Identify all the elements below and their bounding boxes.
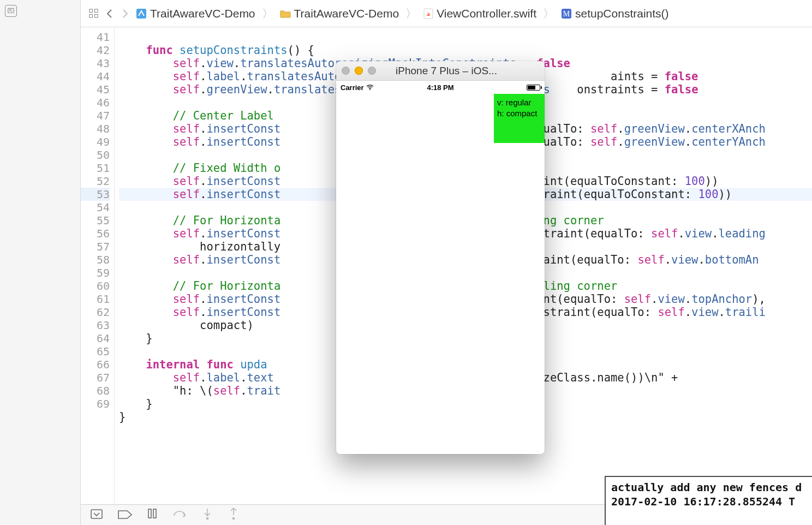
breakpoints-icon[interactable] (118, 509, 132, 522)
forward-button[interactable] (121, 8, 129, 19)
step-into-icon[interactable] (202, 508, 213, 522)
code-line[interactable]: func setupConstraints() { (119, 44, 812, 57)
wifi-icon (366, 83, 374, 92)
related-items-icon[interactable] (88, 8, 99, 19)
breadcrumb-file-label: ViewController.swift (437, 7, 536, 20)
svg-rect-6 (424, 9, 433, 19)
folder-icon (280, 9, 291, 18)
green-view-line2: h: compact (497, 108, 537, 119)
green-view-line1: v: regular (497, 97, 532, 108)
svg-rect-3 (89, 14, 93, 17)
console-line: actually add any new fences d (611, 480, 807, 494)
simulator-title: iPhone 7 Plus – iOS... (381, 65, 539, 77)
svg-rect-11 (153, 509, 156, 518)
simulator-screen[interactable]: Carrier 4:18 PM v: regular h: compact (336, 81, 545, 454)
traffic-zoom-icon[interactable] (368, 67, 376, 75)
simulator-titlebar[interactable]: iPhone 7 Plus – iOS... (336, 61, 545, 81)
simulator-window[interactable]: iPhone 7 Plus – iOS... Carrier 4:18 PM (336, 61, 545, 454)
svg-rect-0 (8, 8, 14, 13)
breadcrumb-project-label: TraitAwareVC-Demo (150, 7, 255, 20)
pause-icon[interactable] (147, 508, 157, 522)
method-icon: M (561, 8, 572, 19)
traffic-close-icon[interactable] (342, 67, 350, 75)
svg-rect-9 (91, 510, 102, 518)
breadcrumb-bar: TraitAwareVC-Demo 〉 TraitAwareVC-Demo 〉 … (81, 0, 812, 27)
navigator-strip (0, 0, 81, 525)
swift-file-icon (423, 8, 433, 19)
svg-rect-1 (89, 9, 93, 13)
svg-point-14 (369, 89, 371, 90)
ios-status-bar: Carrier 4:18 PM (336, 81, 545, 94)
step-out-icon[interactable] (228, 508, 239, 522)
hide-debug-area-icon[interactable] (91, 509, 103, 522)
battery-icon (527, 85, 540, 91)
line-gutter: 4142434445464748495051525354555657585960… (81, 27, 115, 504)
green-view: v: regular h: compact (494, 94, 545, 143)
svg-point-13 (233, 518, 235, 520)
svg-text:M: M (563, 10, 570, 18)
breadcrumb-project[interactable]: TraitAwareVC-Demo (136, 7, 255, 20)
chevron-right-icon: 〉 (405, 6, 417, 21)
breadcrumb-group[interactable]: TraitAwareVC-Demo (280, 7, 399, 20)
svg-rect-2 (94, 9, 98, 13)
chevron-right-icon: 〉 (262, 6, 273, 21)
console-output[interactable]: actually add any new fences d 2017-02-10… (605, 476, 812, 525)
svg-point-12 (207, 518, 208, 520)
xcode-project-icon (136, 8, 147, 19)
issue-navigator-icon[interactable] (5, 5, 17, 17)
console-line: 2017-02-10 16:17:28.855244 T (611, 494, 807, 509)
breadcrumb-file[interactable]: ViewController.swift (423, 7, 536, 20)
carrier-label: Carrier (341, 83, 364, 92)
breadcrumb-group-label: TraitAwareVC-Demo (294, 7, 399, 20)
breadcrumb-symbol[interactable]: M setupConstraints() (561, 7, 669, 20)
svg-rect-10 (148, 509, 151, 518)
code-line[interactable] (119, 31, 812, 44)
chevron-right-icon: 〉 (543, 6, 554, 21)
svg-rect-4 (94, 14, 98, 17)
step-over-icon[interactable] (172, 508, 187, 522)
breadcrumb-symbol-label: setupConstraints() (575, 7, 669, 20)
back-button[interactable] (105, 8, 114, 19)
traffic-minimize-icon[interactable] (355, 67, 363, 75)
